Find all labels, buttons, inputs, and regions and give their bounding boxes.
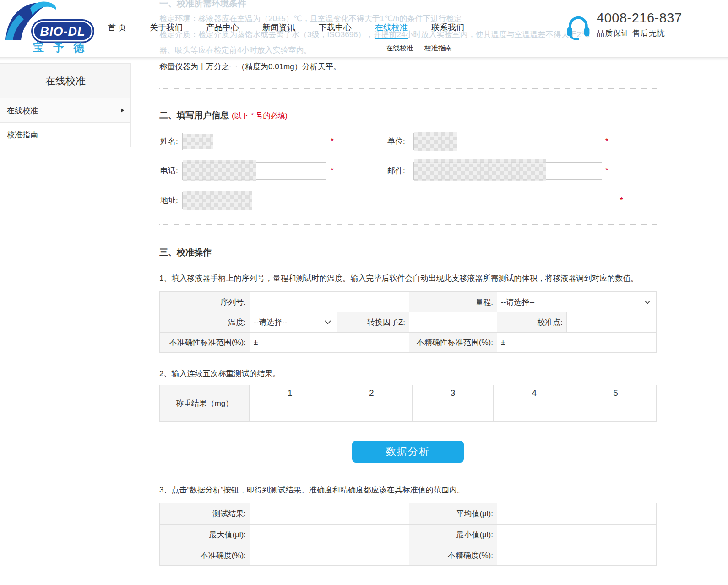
weighing-input-5[interactable] <box>575 401 656 421</box>
sidebar-item-calibration-guide[interactable]: 校准指南 <box>0 123 131 147</box>
calibration-params-table: 序列号: 量程: --请选择-- 温度: --请选择-- 转换因子Z: 校准点: <box>159 291 657 353</box>
sidebar-item-online-calibration[interactable]: 在线校准 <box>0 98 131 123</box>
chevron-right-icon <box>121 108 124 113</box>
contact-block: 4008-216-837 品质保证 售后无忧 <box>566 10 682 40</box>
divider <box>159 224 657 225</box>
range-label: 量程: <box>409 292 497 312</box>
weighing-input-1[interactable] <box>250 401 331 421</box>
weighing-col-header: 3 <box>413 385 494 401</box>
weighing-input-3[interactable] <box>413 401 494 421</box>
weighing-input-2[interactable] <box>331 401 412 421</box>
imprecision-label: 不精确度(%): <box>409 545 497 565</box>
range-select[interactable]: --请选择-- <box>497 292 656 312</box>
test-result-value <box>250 503 409 524</box>
section2-title: 二、填写用户信息(以下 * 号的必填) <box>159 109 288 121</box>
section2-required-note: (以下 * 号的必填) <box>232 112 288 120</box>
redacted-phone-value <box>183 160 256 181</box>
phone-required-mark: * <box>331 162 334 180</box>
headset-icon <box>566 14 590 40</box>
sidebar-item-label: 校准指南 <box>7 130 38 140</box>
redacted-address-value <box>183 191 252 210</box>
weighing-input-4[interactable] <box>494 401 575 421</box>
range-select-value: --请选择-- <box>501 297 535 307</box>
cal-point-label: 校准点: <box>497 312 566 332</box>
nav-item-downloads[interactable]: 下载中心 <box>319 22 352 39</box>
nav-item-about[interactable]: 关于我们 <box>150 22 183 39</box>
name-label: 姓名: <box>160 133 178 150</box>
service-tagline: 品质保证 售后无忧 <box>597 28 682 38</box>
temperature-select[interactable]: --请选择-- <box>250 312 337 332</box>
results-table: 测试结果: 平均值(μl): 最大值(μl): 最小值(μl): 不准确度(%)… <box>159 503 657 566</box>
redacted-email-value <box>414 159 546 181</box>
header-shadow <box>0 58 728 61</box>
sub-nav: 在线校准 校准指南 <box>386 44 452 53</box>
divider <box>159 88 657 89</box>
phone-label: 电话: <box>160 162 178 180</box>
main-nav: 首 页 关于我们 产品中心 新闻资讯 下载中心 在线校准 联系我们 <box>108 22 464 39</box>
subnav-calibration-guide[interactable]: 校准指南 <box>424 44 452 53</box>
imprecision-range-value[interactable]: ± <box>497 333 656 352</box>
inaccuracy-label: 不准确度(%): <box>160 545 250 565</box>
section3-title: 三、校准操作 <box>159 246 212 258</box>
temperature-select-value: --请选择-- <box>254 317 288 328</box>
step1-text: 1、填入移液器手柄上的序列号，量程和测试时的温度。输入完毕后软件会自动出现此支移… <box>159 273 638 284</box>
nav-item-news[interactable]: 新闻资讯 <box>262 22 295 39</box>
subnav-online-calibration[interactable]: 在线校准 <box>386 44 413 53</box>
chevron-down-icon <box>644 300 651 304</box>
section2-title-text: 二、填写用户信息 <box>159 110 229 120</box>
org-required-mark: * <box>605 133 608 150</box>
serial-input[interactable] <box>250 292 409 312</box>
step3-text: 3、点击“数据分析”按钮，即得到测试结果。准确度和精确度都应该在其标准值的范围内… <box>159 485 465 495</box>
cal-point-value[interactable] <box>567 312 656 332</box>
min-label: 最小值(μl): <box>409 525 497 545</box>
address-required-mark: * <box>620 192 623 209</box>
z-factor-label: 转换因子Z: <box>337 312 409 332</box>
test-result-label: 测试结果: <box>160 503 250 524</box>
z-factor-input[interactable] <box>409 312 497 332</box>
inaccuracy-range-value[interactable]: ± <box>250 333 409 352</box>
nav-item-online-calibration[interactable]: 在线校准 <box>375 22 408 39</box>
nav-item-home[interactable]: 首 页 <box>108 22 126 39</box>
mean-value <box>497 503 656 524</box>
service-phone: 4008-216-837 <box>597 10 682 26</box>
mean-label: 平均值(μl): <box>409 503 497 524</box>
weighing-row-label: 称重结果（mg） <box>160 385 250 421</box>
weighing-col-header: 1 <box>250 385 331 401</box>
step2-text: 2、输入连续五次称重测试的结果。 <box>159 368 280 379</box>
chevron-down-icon <box>325 320 331 324</box>
inaccuracy-value <box>250 545 409 565</box>
data-analysis-button[interactable]: 数据分析 <box>352 441 464 463</box>
sidebar-title: 在线校准 <box>0 63 131 98</box>
redacted-name-value <box>183 134 213 149</box>
email-required-mark: * <box>605 162 608 180</box>
imprecision-value <box>497 545 656 565</box>
weighing-col-header: 4 <box>494 385 575 401</box>
address-label: 地址: <box>160 192 178 209</box>
weighing-col-header: 2 <box>331 385 412 401</box>
redacted-org-value <box>414 132 457 151</box>
temperature-label: 温度: <box>160 312 250 332</box>
nav-item-products[interactable]: 产品中心 <box>206 22 239 39</box>
weighing-results-table: 称重结果（mg） 1 2 3 4 5 <box>159 385 657 422</box>
sidebar-item-label: 在线校准 <box>7 105 38 116</box>
weighing-col-header: 5 <box>575 385 656 401</box>
intro-text: 称量仪器为十万分之一（精度为0.01mg）分析天平。 <box>159 61 341 72</box>
serial-label: 序列号: <box>160 292 250 312</box>
nav-item-contact[interactable]: 联系我们 <box>431 22 464 39</box>
min-value <box>497 525 656 545</box>
max-label: 最大值(μl): <box>160 525 250 545</box>
name-required-mark: * <box>331 133 334 150</box>
page: 一、校准所需环境条件 检定环境：移液器应在室温为（20±5）℃，且室温变化不得大… <box>0 0 728 585</box>
inaccuracy-range-label: 不准确性标准范围(%): <box>160 333 250 352</box>
max-value <box>250 525 409 545</box>
email-label: 邮件: <box>387 162 405 180</box>
org-label: 单位: <box>387 133 405 150</box>
sidebar: 在线校准 在线校准 校准指南 <box>0 63 131 147</box>
imprecision-range-label: 不精确性标准范围(%): <box>409 333 497 352</box>
